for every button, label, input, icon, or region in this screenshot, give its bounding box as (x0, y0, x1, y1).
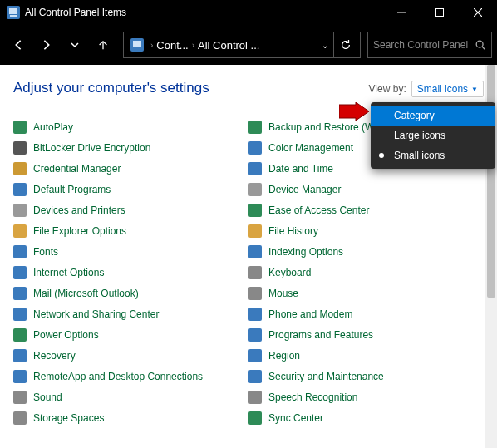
item-icon (13, 328, 27, 342)
item-icon (248, 308, 262, 321)
window: All Control Panel Items (0, 0, 497, 448)
item-icon (13, 308, 27, 321)
control-panel-item[interactable]: Network and Sharing Center (13, 303, 248, 324)
selected-bullet-icon (379, 153, 384, 158)
item-label: BitLocker Drive Encryption (33, 142, 150, 154)
control-panel-item[interactable]: Indexing Options (248, 241, 484, 262)
control-panel-item[interactable]: Mail (Microsoft Outlook) (13, 283, 248, 303)
item-icon (13, 391, 27, 404)
control-panel-item[interactable]: File Explorer Options (13, 220, 248, 241)
item-label: Network and Sharing Center (33, 308, 159, 320)
minimize-button[interactable] (382, 0, 421, 25)
item-icon (248, 349, 262, 362)
control-panel-item[interactable]: Storage Spaces (13, 407, 248, 428)
window-title: All Control Panel Items (25, 7, 382, 18)
breadcrumb-1[interactable]: Cont... (156, 39, 188, 52)
viewby-dropdown-button[interactable]: Small icons ▼ (411, 81, 484, 97)
item-label: Recovery (33, 350, 76, 362)
control-panel-item[interactable]: Sound (13, 386, 248, 407)
control-panel-item[interactable]: Speech Recognition (248, 386, 484, 407)
control-panel-item[interactable]: Phone and Modem (248, 303, 484, 324)
control-panel-item[interactable]: Devices and Printers (13, 199, 248, 220)
item-label: Device Manager (268, 184, 341, 195)
caret-down-icon: ▼ (471, 86, 478, 93)
control-panel-item[interactable]: Power Options (13, 324, 248, 345)
control-panel-item[interactable]: Ease of Access Center (248, 199, 484, 220)
control-panel-item[interactable]: Recovery (13, 345, 248, 366)
item-label: Default Programs (33, 184, 111, 195)
viewby-option[interactable]: Category (371, 106, 495, 126)
item-label: Phone and Modem (268, 308, 352, 320)
close-button[interactable] (459, 0, 497, 25)
item-icon (13, 162, 27, 175)
item-icon (248, 183, 262, 196)
item-label: Keyboard (268, 267, 311, 278)
item-icon (248, 224, 262, 238)
viewby-menu[interactable]: CategoryLarge iconsSmall icons (371, 102, 495, 169)
viewby-option-label: Large icons (394, 130, 445, 141)
control-panel-item[interactable]: AutoPlay (13, 116, 248, 137)
address-bar[interactable]: › Cont... › All Control ... ⌄ (123, 32, 361, 58)
item-icon (13, 370, 27, 383)
breadcrumb-2[interactable]: All Control ... (198, 39, 259, 52)
item-icon (248, 328, 262, 342)
chevron-right-icon[interactable]: › (150, 41, 153, 50)
search-box[interactable]: Search Control Panel (367, 32, 492, 58)
item-icon (13, 411, 27, 425)
up-button[interactable] (90, 32, 116, 58)
control-panel-item[interactable]: Device Manager (248, 179, 484, 199)
item-label: File History (268, 225, 318, 237)
viewby-option[interactable]: Small icons (371, 145, 495, 165)
item-label: Mail (Microsoft Outlook) (33, 288, 139, 299)
scrollbar-thumb[interactable] (487, 65, 495, 298)
item-label: RemoteApp and Desktop Connections (33, 371, 203, 382)
control-panel-item[interactable]: Security and Maintenance (248, 366, 484, 386)
svg-point-9 (476, 41, 483, 47)
item-icon (13, 245, 27, 258)
viewby-option-label: Small icons (394, 150, 445, 161)
item-label: Credential Manager (33, 163, 121, 175)
viewby-label: View by: (369, 83, 406, 95)
item-label: Region (268, 350, 300, 362)
control-panel-item[interactable]: RemoteApp and Desktop Connections (13, 366, 248, 386)
recent-locations-button[interactable] (62, 32, 88, 58)
item-icon (248, 141, 262, 155)
viewby-option[interactable]: Large icons (371, 126, 495, 145)
control-panel-item[interactable]: Mouse (248, 283, 484, 303)
item-icon (248, 411, 262, 425)
forward-button[interactable] (33, 32, 60, 58)
svg-rect-8 (133, 41, 141, 47)
control-panel-item[interactable]: Internet Options (13, 262, 248, 283)
control-panel-item[interactable]: Programs and Features (248, 324, 484, 345)
item-label: Speech Recognition (268, 391, 357, 403)
chevron-right-icon[interactable]: › (192, 41, 194, 50)
control-panel-item[interactable]: Region (248, 345, 484, 366)
svg-rect-2 (10, 15, 17, 17)
maximize-button[interactable] (421, 0, 459, 25)
control-panel-item[interactable]: Default Programs (13, 179, 248, 199)
red-arrow-annotation (339, 102, 369, 124)
control-panel-item[interactable]: Credential Manager (13, 158, 248, 179)
item-icon (13, 141, 27, 155)
svg-marker-11 (339, 102, 369, 121)
address-dropdown-button[interactable]: ⌄ (317, 41, 333, 50)
item-icon (248, 391, 262, 404)
search-icon[interactable] (475, 39, 486, 51)
refresh-button[interactable] (333, 32, 357, 57)
control-panel-item[interactable]: Keyboard (248, 262, 484, 283)
item-label: Ease of Access Center (268, 204, 369, 216)
item-icon (13, 204, 27, 217)
item-icon (13, 287, 27, 300)
back-button[interactable] (5, 32, 32, 58)
control-panel-item[interactable]: Sync Center (248, 407, 484, 428)
items-column-1: AutoPlayBitLocker Drive EncryptionCreden… (13, 116, 248, 428)
search-placeholder: Search Control Panel (373, 39, 475, 51)
control-panel-item[interactable]: File History (248, 220, 484, 241)
item-icon (13, 266, 27, 279)
item-label: Color Management (268, 142, 353, 154)
item-label: AutoPlay (33, 121, 73, 133)
item-label: Mouse (268, 288, 298, 299)
control-panel-item[interactable]: Fonts (13, 241, 248, 262)
svg-rect-1 (9, 8, 17, 14)
control-panel-item[interactable]: BitLocker Drive Encryption (13, 137, 248, 158)
